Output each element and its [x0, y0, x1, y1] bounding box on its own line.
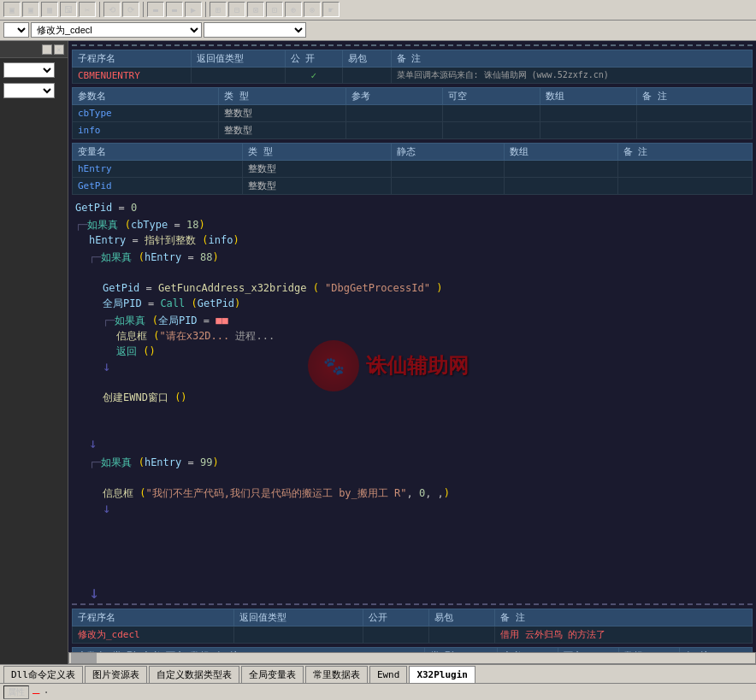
info-array: [540, 122, 636, 139]
table1-col-note: 备 注: [391, 50, 753, 68]
sep3: [205, 2, 206, 17]
table1-col-public: 公 开: [285, 50, 342, 68]
row1-note: 菜单回调本源码来自: 诛仙辅助网 (www.52zxfz.cn): [391, 68, 753, 84]
tab-dll[interactable]: Dll命令定义表: [3, 666, 83, 683]
row1-public: ✓: [285, 68, 342, 84]
properties-button[interactable]: 属性: [3, 685, 29, 699]
table1-col-easy: 易包: [342, 50, 391, 68]
code-blank4: [75, 421, 749, 436]
code-blank3: [75, 405, 749, 421]
tb-icon-12[interactable]: ⊟: [228, 2, 245, 17]
left-panel-min-btn[interactable]: _: [42, 44, 52, 55]
row1-return: [191, 68, 285, 84]
tb-icon-2[interactable]: ▣: [22, 2, 39, 17]
table3-col-name: 变量名: [73, 144, 243, 161]
tb-icon-1[interactable]: ▣: [3, 2, 21, 17]
row1-easy: [342, 68, 391, 84]
tb-icon-11[interactable]: ⊞: [210, 2, 227, 17]
left-panel-select[interactable]: [3, 62, 55, 78]
table2-col-array: 数组: [540, 88, 636, 105]
code-line-6: 全局PID = Call ( GetPid ): [103, 296, 749, 311]
table1: 子程序名 返回值类型 公 开 易包 备 注 CBMENUENTRY ✓: [72, 50, 753, 84]
toolbar-combo-function[interactable]: 修改为_cdecl: [31, 22, 202, 38]
cbtype-note: [637, 105, 753, 122]
tb-icon-7[interactable]: ⟳: [122, 2, 139, 17]
getpid-static: [392, 178, 505, 195]
hentry-note: [617, 161, 752, 178]
cbtype-type: 整数型: [218, 105, 346, 122]
table-row: info 整数型: [73, 122, 753, 139]
info-type: 整数型: [218, 122, 346, 139]
table1-container: 子程序名 返回值类型 公 开 易包 备 注 CBMENUENTRY ✓: [68, 50, 756, 87]
getpid-type: 整数型: [243, 178, 392, 195]
tb-icon-3[interactable]: ▦: [41, 2, 58, 17]
table4-row1-note: 借用 云外归鸟 的方法了: [495, 626, 753, 644]
top-border: [72, 44, 753, 46]
code-area[interactable]: 子程序名 返回值类型 公 开 易包 备 注 CBMENUENTRY ✓: [68, 41, 756, 652]
table3-col-note: 备 注: [617, 144, 752, 161]
sep1: [99, 2, 100, 17]
tab-bar: Dll命令定义表 图片资源表 自定义数据类型表 全局变量表 常里数据表 Ewnd…: [0, 664, 756, 683]
toolbar: ▣ ▣ ▦ 🖫 ✂ ⟲ ⟳ ▬ ▬ ▶ ⊞ ⊟ ⊠ ⊡ ⊕ ⊗ ☛ 修改为_cd…: [0, 0, 756, 41]
table2-col-ref: 参考: [346, 88, 442, 105]
code-block: GetPid = 0 ┌─ 如果真 ( cbType = 18 ) hEntr: [68, 200, 756, 600]
tb-icon-4[interactable]: 🖫: [60, 2, 77, 17]
table4-row1-public: [363, 626, 428, 644]
info-nullable: [443, 122, 540, 139]
code-line-5: GetPid = GetFuncAddress_x32bridge ( "Dbg…: [103, 280, 749, 296]
code-line-2: ┌─ 如果真 ( cbType = 18 ): [75, 217, 749, 232]
code-line-arrow1: ↓: [103, 359, 749, 374]
table4-col-note: 备 注: [495, 609, 753, 626]
table4-row1-return: [234, 626, 363, 644]
table1-col-return: 返回值类型: [191, 50, 285, 68]
tb-icon-14[interactable]: ⊡: [266, 2, 283, 17]
tab-globals[interactable]: 全局变量表: [241, 666, 304, 683]
scrollbar-thumb[interactable]: [71, 653, 97, 663]
tb-icon-9[interactable]: ▬: [166, 2, 183, 17]
tb-icon-6[interactable]: ⟲: [103, 2, 121, 17]
toolbar-row2: 修改为_cdecl: [0, 21, 756, 40]
tb-icon-13[interactable]: ⊠: [247, 2, 264, 17]
toolbar-row1: ▣ ▣ ▦ 🖫 ✂ ⟲ ⟳ ▬ ▬ ▶ ⊞ ⊟ ⊠ ⊡ ⊕ ⊗ ☛: [0, 0, 756, 21]
tab-datatypes[interactable]: 自定义数据类型表: [149, 666, 239, 683]
table2-col-nullable: 可空: [443, 88, 540, 105]
code-arrow4: ↓: [89, 585, 749, 600]
tab-images[interactable]: 图片资源表: [85, 666, 147, 683]
info-name: info: [73, 122, 219, 139]
left-panel-header: _ ✕: [0, 41, 68, 58]
table3: 变量名 类 型 静态 数组 备 注 hEntry 整数型: [72, 143, 753, 195]
table4-col-public: 公开: [363, 609, 428, 626]
table3-col-array: 数组: [505, 144, 617, 161]
tb-icon-15[interactable]: ⊕: [285, 2, 302, 17]
table3-container: 变量名 类 型 静态 数组 备 注 hEntry 整数型: [68, 143, 756, 200]
code-line-12: 信息框 ( "我们不生产代码,我们只是代码的搬运工 by_搬用工 R" , 0 …: [103, 485, 749, 501]
table2-col-type: 类 型: [218, 88, 346, 105]
toolbar-combo2[interactable]: [204, 22, 306, 38]
getpid-name: GetPid: [73, 178, 243, 195]
left-panel: _ ✕: [0, 41, 68, 664]
cbtype-array: [540, 105, 636, 122]
table2-container: 参数名 类 型 参考 可空 数组 备 注 cbType 整数型: [68, 87, 756, 143]
getpid-note: [617, 178, 752, 195]
tab-constants[interactable]: 常里数据表: [305, 666, 368, 683]
tb-icon-17[interactable]: ☛: [322, 2, 340, 17]
tab-x32plugin[interactable]: X32Plugin: [409, 666, 475, 683]
table-row: CBMENUENTRY ✓ 菜单回调本源码来自: 诛仙辅助网 (www.52zx…: [73, 68, 753, 84]
toolbar-combo1-prefix[interactable]: [3, 22, 29, 38]
left-panel-select2[interactable]: [3, 83, 55, 98]
table4-row1-name: 修改为_cdecl: [73, 626, 234, 644]
tb-icon-10[interactable]: ▶: [185, 2, 202, 17]
tab-ewnd[interactable]: Ewnd: [369, 666, 408, 683]
code-arrow2: ↓: [89, 436, 749, 451]
table-row: cbType 整数型: [73, 105, 753, 122]
tb-icon-5[interactable]: ✂: [79, 2, 96, 17]
main-area: _ ✕ 🐾 诛仙辅助网: [0, 41, 756, 664]
tb-icon-16[interactable]: ⊗: [304, 2, 321, 17]
code-line-arrow3: ↓: [103, 501, 749, 516]
horizontal-scrollbar[interactable]: [68, 652, 756, 664]
table2-col-note: 备 注: [637, 88, 753, 105]
code-line-1: GetPid = 0: [75, 200, 749, 215]
code-blank5: [75, 470, 749, 485]
left-panel-close-btn[interactable]: ✕: [54, 44, 64, 55]
tb-icon-8[interactable]: ▬: [147, 2, 164, 17]
